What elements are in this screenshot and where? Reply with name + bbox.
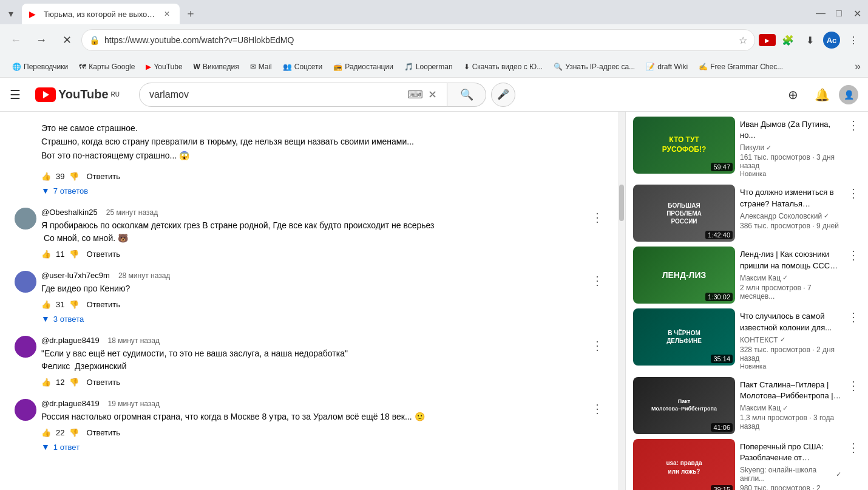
bookmarks-bar: 🌐 Переводчики 🗺 Карты Google ▶ YouTube W… — [0, 56, 868, 78]
bookmark-looperman[interactable]: 🎵 Looperman — [399, 59, 458, 75]
views-4: 328 тыс. просмотров — [740, 345, 810, 354]
radio-icon: 📻 — [333, 63, 342, 71]
dislike-btn-2[interactable]: 👎 — [69, 250, 79, 259]
downloads-btn[interactable]: ⬇ — [800, 30, 819, 50]
reply-btn-2[interactable]: Ответить — [86, 250, 120, 259]
bookmark-mail[interactable]: ✉ Mail — [245, 59, 277, 75]
close-btn[interactable]: ✕ — [849, 5, 866, 22]
sidebar-more-btn-3[interactable]: ⋮ — [846, 247, 861, 264]
sidebar-thumbnail-3: ЛЕНД-ЛИЗ 1:30:02 — [633, 247, 735, 304]
sidebar-thumbnail-2: БОЛЬШАЯПРОБЛЕМАРОССИИ 1:42:40 — [633, 185, 735, 242]
comment-header-3: @user-lu7xh7ec9m 28 минут назад — [41, 271, 586, 280]
bookmark-grammar[interactable]: ✍ Free Grammar Chec... — [694, 59, 788, 75]
thumb-text-6: usa: правдаили ложь? — [666, 459, 702, 476]
keyboard-icon[interactable]: ⌨ — [407, 88, 423, 101]
sidebar-more-btn-5[interactable]: ⋮ — [846, 377, 861, 394]
dislike-btn-1[interactable]: 👎 — [69, 172, 79, 181]
bookmark-maps[interactable]: 🗺 Карты Google — [74, 59, 140, 75]
comment-more-btn-4[interactable]: ⋮ — [591, 338, 603, 353]
sidebar-more-btn-6[interactable]: ⋮ — [846, 439, 861, 456]
star-icon[interactable]: ☆ — [739, 35, 747, 46]
nav-right-controls: ▶ 🧩 ⬇ Ac ⋮ — [759, 30, 863, 50]
yt-mic-btn[interactable]: 🎤 — [491, 83, 515, 107]
comment-author-2[interactable]: @Obeshalkin25 — [41, 208, 98, 217]
sidebar-video-item-5[interactable]: ПактМолотова–Риббентропа 41:06 Пакт Стал… — [633, 377, 861, 434]
reply-btn-4[interactable]: Ответить — [86, 378, 120, 387]
verified-icon-4: ✓ — [780, 336, 785, 344]
dislike-icon: 👎 — [69, 172, 79, 181]
page-scrollbar[interactable] — [618, 112, 625, 490]
yt-search-input[interactable] — [149, 89, 402, 100]
comment-time-2: 25 минут назад — [106, 208, 158, 217]
tab-favicon: ▶ — [29, 9, 39, 19]
comment-author-3[interactable]: @user-lu7xh7ec9m — [41, 271, 110, 280]
notifications-btn[interactable]: 🔔 — [810, 83, 834, 107]
intro-line-2: Страшно, когда всю страну превратили в т… — [41, 135, 603, 148]
yt-menu-icon[interactable]: ☰ — [10, 87, 21, 102]
yt-extension-icon[interactable]: ▶ — [759, 34, 776, 46]
profile-btn[interactable]: Ac — [822, 30, 841, 50]
sidebar-channel-6: Skyeng: онлайн-школа англи... ✓ — [740, 466, 841, 483]
dislike-btn-5[interactable]: 👎 — [69, 428, 79, 437]
reload-btn[interactable]: ✕ — [56, 29, 78, 51]
forward-btn[interactable]: → — [30, 29, 52, 51]
minimize-btn[interactable]: — — [812, 5, 829, 22]
search-clear-icon[interactable]: ✕ — [428, 88, 437, 101]
like-btn-1[interactable]: 👍 — [41, 172, 51, 181]
replies-toggle-1[interactable]: ▼ 7 ответов — [41, 186, 603, 196]
bookmark-label: Mail — [259, 63, 272, 71]
sidebar-video-item-3[interactable]: ЛЕНД-ЛИЗ 1:30:02 Ленд-лиз | Как союзники… — [633, 247, 861, 304]
bookmark-translators[interactable]: 🌐 Переводчики — [7, 59, 73, 75]
yt-logo[interactable]: YouTube RU — [35, 87, 120, 102]
comments-area: Это не самое страшное. Страшно, когда вс… — [0, 112, 618, 490]
yt-search-bar[interactable]: ⌨ ✕ — [139, 83, 447, 107]
sidebar-video-item-2[interactable]: БОЛЬШАЯПРОБЛЕМАРОССИИ 1:42:40 Что должно… — [633, 185, 861, 242]
reply-btn-5[interactable]: Ответить — [86, 428, 120, 437]
bookmark-social[interactable]: 👥 Соцсети — [278, 59, 328, 75]
sidebar-more-btn-2[interactable]: ⋮ — [846, 185, 861, 202]
create-btn[interactable]: ⊕ — [781, 83, 805, 107]
like-btn-4[interactable]: 👍 — [41, 378, 51, 387]
bookmark-label: Соцсети — [294, 63, 323, 71]
reply-btn-1[interactable]: Ответить — [86, 172, 120, 181]
extensions-btn[interactable]: 🧩 — [778, 30, 798, 50]
yt-search-btn[interactable]: 🔍 — [447, 83, 486, 107]
sidebar-more-btn-1[interactable]: ⋮ — [846, 117, 861, 134]
address-bar[interactable]: 🔒 https://www.youtube.com/watch?v=U8Hlok… — [81, 29, 755, 51]
comment-more-btn-5[interactable]: ⋮ — [591, 401, 603, 416]
replies-toggle-5[interactable]: ▼ 1 ответ — [41, 442, 586, 452]
tab-close-btn[interactable]: ✕ — [161, 9, 172, 19]
like-btn-2[interactable]: 👍 — [41, 250, 51, 259]
comment-more-btn-2[interactable]: ⋮ — [591, 210, 603, 225]
sidebar-video-item-1[interactable]: КТО ТУТРУСОФОБ!? 59:47 Иван Дымов (Za Пу… — [633, 117, 861, 180]
sidebar-thumbnail-4: В ЧЁРНОМДЕЛЬФИНЕ 35:14 — [633, 308, 735, 366]
comment-author-4[interactable]: @dr.plague8419 — [41, 336, 100, 345]
active-tab[interactable]: ▶ Тюрьма, из которой не выход... ✕ — [22, 4, 180, 24]
sidebar-video-item-6[interactable]: usa: правдаили ложь? 39:15 Поперечный пр… — [633, 439, 861, 490]
sidebar-video-item-4[interactable]: В ЧЁРНОМДЕЛЬФИНЕ 35:14 Что случилось в с… — [633, 308, 861, 372]
bookmark-youtube[interactable]: ▶ YouTube — [141, 59, 187, 75]
dislike-btn-3[interactable]: 👎 — [69, 300, 79, 309]
menu-btn[interactable]: ⋮ — [844, 30, 863, 50]
back-btn[interactable]: ← — [5, 29, 27, 51]
like-btn-5[interactable]: 👍 — [41, 428, 51, 437]
maximize-btn[interactable]: □ — [830, 5, 847, 22]
sidebar-more-btn-4[interactable]: ⋮ — [846, 308, 861, 325]
tab-list-btn[interactable]: ▾ — [2, 5, 19, 22]
thumb-duration-5: 41:06 — [711, 423, 733, 432]
like-btn-3[interactable]: 👍 — [41, 300, 51, 309]
bookmark-draft-wiki[interactable]: 📝 draft Wiki — [641, 59, 693, 75]
comment-more-btn-3[interactable]: ⋮ — [591, 273, 603, 288]
user-avatar[interactable]: 👤 — [839, 85, 858, 104]
bookmarks-more-btn[interactable]: » — [855, 60, 861, 73]
bookmark-video-dl[interactable]: ⬇ Скачать видео с Ю... — [459, 59, 548, 75]
bookmark-radio[interactable]: 📻 Радиостанции — [328, 59, 398, 75]
reply-btn-3[interactable]: Ответить — [86, 300, 120, 309]
scrollbar-thumb[interactable] — [619, 185, 624, 221]
replies-toggle-3[interactable]: ▼ 3 ответа — [41, 314, 586, 324]
comment-author-5[interactable]: @dr.plague8419 — [41, 399, 100, 408]
new-tab-btn[interactable]: ＋ — [182, 5, 199, 22]
dislike-btn-4[interactable]: 👎 — [69, 378, 79, 387]
bookmark-wikipedia[interactable]: W Википедия — [189, 59, 244, 75]
bookmark-ip[interactable]: 🔍 Узнать IP-адрес са... — [549, 59, 640, 75]
